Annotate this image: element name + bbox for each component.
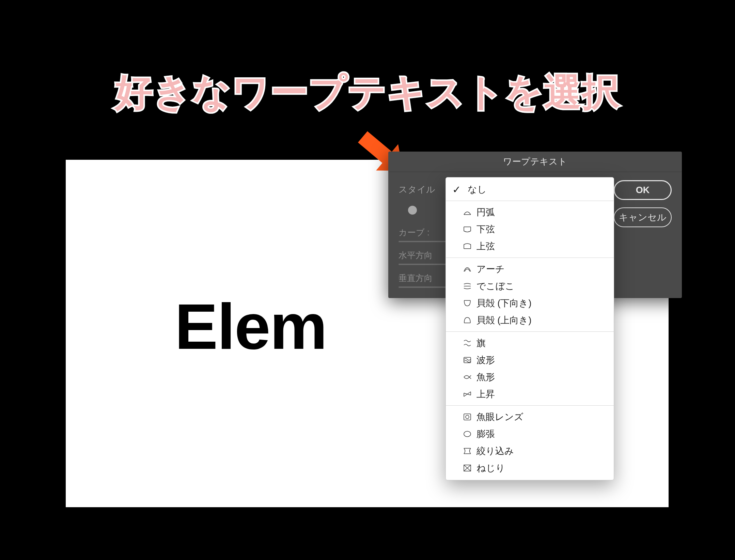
- check-icon: ✓: [451, 184, 462, 196]
- style-option[interactable]: 魚形: [446, 369, 614, 386]
- style-option[interactable]: 絞り込み: [446, 442, 614, 460]
- fish-icon: [462, 373, 472, 382]
- style-option[interactable]: 旗: [446, 335, 614, 352]
- style-option-label: ねじり: [476, 462, 505, 474]
- fisheye-icon: [462, 413, 472, 421]
- style-label: スタイル: [398, 184, 435, 196]
- dropdown-separator: [446, 201, 614, 201]
- rise-icon: [462, 390, 472, 399]
- shell-lower-icon: [462, 299, 472, 308]
- dropdown-separator: [446, 405, 614, 406]
- canvas-text: Elem: [175, 289, 327, 363]
- radio-icon: [408, 206, 417, 215]
- style-option[interactable]: 上昇: [446, 386, 614, 403]
- ok-button[interactable]: OK: [614, 180, 672, 200]
- arch-icon: [462, 265, 472, 274]
- dropdown-separator: [446, 331, 614, 332]
- style-option-label: 貝殻 (上向き): [476, 314, 531, 326]
- style-option[interactable]: 円弧: [446, 204, 614, 221]
- style-option-label: 下弦: [476, 223, 495, 235]
- wave-icon: [462, 356, 472, 364]
- bulge-icon: [462, 282, 472, 291]
- dropdown-separator: [446, 258, 614, 258]
- shell-upper-icon: [462, 316, 472, 325]
- style-option[interactable]: 下弦: [446, 221, 614, 238]
- style-option-label: なし: [468, 183, 487, 196]
- arc-icon: [462, 208, 472, 217]
- flag-icon: [462, 339, 472, 347]
- style-dropdown[interactable]: ✓なし円弧下弦上弦アーチでこぼこ貝殻 (下向き)貝殻 (上向き)旗波形魚形上昇魚…: [445, 177, 614, 480]
- style-option-label: 円弧: [476, 206, 495, 218]
- arc-lower-icon: [462, 225, 472, 234]
- style-option-label: 絞り込み: [476, 445, 514, 457]
- style-option[interactable]: 貝殻 (下向き): [446, 295, 614, 312]
- style-option-label: でこぼこ: [476, 280, 515, 292]
- style-option-label: 魚形: [476, 371, 495, 383]
- dialog-title: ワープテキスト: [388, 152, 682, 172]
- style-option[interactable]: 上弦: [446, 238, 614, 255]
- style-option[interactable]: 波形: [446, 352, 614, 369]
- style-option[interactable]: 魚眼レンズ: [446, 408, 614, 425]
- style-option[interactable]: アーチ: [446, 261, 614, 278]
- style-option-label: 波形: [476, 354, 495, 366]
- squeeze-icon: [462, 447, 472, 455]
- twist-icon: [462, 464, 472, 472]
- style-option[interactable]: 貝殻 (上向き): [446, 312, 614, 329]
- inflate-icon: [462, 430, 472, 438]
- cancel-button[interactable]: キャンセル: [614, 207, 672, 227]
- style-option-label: 上昇: [476, 388, 495, 400]
- style-option[interactable]: ✓なし: [446, 181, 614, 198]
- style-option[interactable]: でこぼこ: [446, 278, 614, 295]
- svg-rect-2: [464, 414, 471, 420]
- arc-upper-icon: [462, 242, 472, 251]
- style-option-label: 貝殻 (下向き): [476, 297, 531, 309]
- svg-point-3: [466, 415, 469, 419]
- svg-point-4: [464, 431, 471, 437]
- style-option-label: 魚眼レンズ: [476, 411, 523, 423]
- style-option-label: アーチ: [476, 263, 505, 275]
- style-option[interactable]: 膨張: [446, 425, 614, 442]
- style-option[interactable]: ねじり: [446, 460, 614, 477]
- style-option-label: 膨張: [476, 428, 495, 440]
- style-option-label: 旗: [476, 337, 486, 349]
- style-option-label: 上弦: [476, 240, 495, 252]
